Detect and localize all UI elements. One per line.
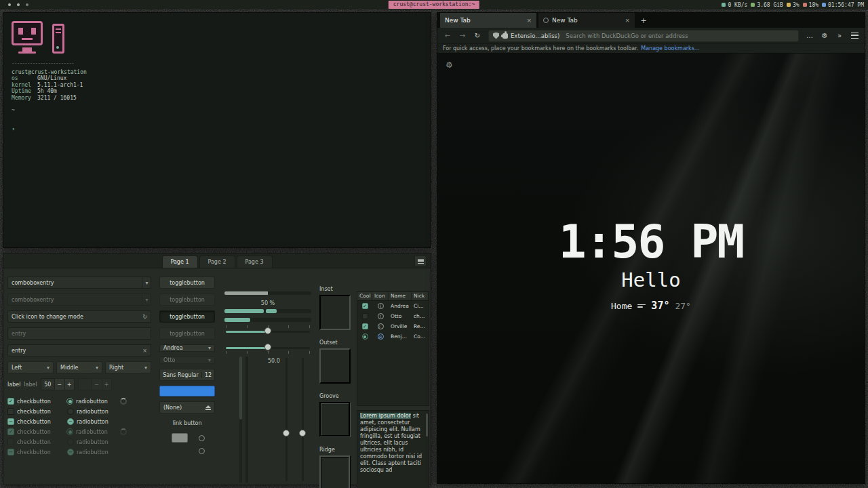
browser-tab[interactable]: New Tab ×: [538, 13, 635, 28]
app-menu-button[interactable]: [414, 256, 427, 266]
chevron-down-icon[interactable]: ▾: [142, 277, 151, 289]
scale-handle[interactable]: [264, 327, 271, 334]
refresh-icon[interactable]: ↻: [142, 314, 147, 320]
settings-gear-icon[interactable]: ⚙: [818, 30, 831, 42]
link-button[interactable]: link button: [159, 418, 215, 428]
combobox-entry-1[interactable]: comboboxentry▾: [7, 277, 151, 289]
row-radio[interactable]: [362, 333, 368, 340]
browser-tab-active[interactable]: New Tab ×: [440, 13, 536, 28]
manage-bookmarks-link[interactable]: Manage bookmarks…: [641, 45, 700, 52]
forward-button[interactable]: →: [456, 30, 469, 42]
radio-ring[interactable]: [199, 448, 205, 454]
radio-ring[interactable]: [199, 435, 205, 441]
reload-button[interactable]: ↻: [471, 30, 484, 42]
treeview[interactable]: Cool Icon Name Nick ✓ i Andrea Cim… ! Ot…: [357, 291, 429, 406]
vertical-scale-1[interactable]: [283, 357, 290, 483]
info-row: osGNU/Linux: [12, 75, 422, 82]
spin-plus-button: +: [102, 378, 112, 390]
menu-icon: [418, 259, 424, 264]
tab-page3[interactable]: Page 3: [237, 256, 273, 268]
checkbox-unchecked-disabled: [7, 439, 14, 445]
mode-entry[interactable]: Click icon to change mode↻: [7, 310, 151, 323]
groove-frame: [319, 402, 351, 437]
name-combobox[interactable]: Andrea▾: [159, 344, 215, 352]
tabliss-settings-icon[interactable]: ⚙: [446, 60, 453, 70]
warning-icon: !: [378, 313, 384, 319]
radio-selected-disabled: [66, 428, 73, 435]
page-actions-icon[interactable]: …: [804, 30, 816, 42]
widget-factory-window[interactable]: Page 1 Page 2 Page 3 comboboxentry▾ comb…: [3, 253, 431, 485]
vertical-scale-2[interactable]: [299, 357, 306, 483]
row-checkbox[interactable]: ✓: [362, 323, 368, 329]
empty-entry[interactable]: entry: [7, 327, 151, 340]
firefox-window[interactable]: New Tab × New Tab × + ← → ↻ Extensio…abl…: [437, 12, 865, 484]
terminal-window[interactable]: ------------------------ crust@crust-wor…: [3, 12, 431, 248]
radio-unselected[interactable]: [67, 408, 74, 415]
checkbox-mixed[interactable]: −: [7, 418, 14, 425]
shell-prompt[interactable]: ›: [12, 126, 422, 133]
scale-handle[interactable]: [264, 344, 271, 350]
tab-close-icon[interactable]: ×: [625, 17, 630, 24]
scale-handle[interactable]: [299, 430, 306, 436]
workspace-dot[interactable]: [26, 3, 28, 6]
spin-value: [78, 378, 92, 390]
tab-close-icon[interactable]: ×: [526, 17, 532, 24]
check-radio-row: checkbutton radiobutton: [7, 408, 151, 415]
progress-label: 50 %: [224, 300, 311, 306]
back-button[interactable]: ←: [441, 30, 454, 42]
filled-entry[interactable]: entry×: [7, 344, 151, 357]
app-menu-button[interactable]: [848, 30, 861, 42]
radio-selected[interactable]: [66, 398, 73, 405]
toggle-button-3-active[interactable]: togglebutton: [159, 310, 215, 323]
dropdown-right[interactable]: Right▾: [105, 361, 151, 373]
clock-icon: [822, 3, 826, 7]
ring-row: [159, 448, 215, 455]
font-button[interactable]: Sans Regular12: [159, 369, 215, 381]
row-checkbox[interactable]: [362, 313, 368, 319]
checkbox-unchecked[interactable]: [7, 408, 14, 415]
body-text: sit amet, consectetur adipiscing elit. N…: [360, 413, 422, 473]
row-checkbox[interactable]: ✓: [362, 303, 368, 309]
dropdown-left[interactable]: Left▾: [7, 361, 54, 373]
toggle-button-1[interactable]: togglebutton: [159, 277, 215, 289]
color-swatch[interactable]: [172, 433, 188, 443]
horizontal-scale-2[interactable]: [224, 342, 311, 352]
label: label: [7, 382, 20, 388]
tab-bar: New Tab × New Tab × +: [437, 13, 865, 28]
shield-icon[interactable]: [493, 33, 499, 39]
file-chooser-button[interactable]: (None): [159, 401, 215, 413]
toolbar-overflow-icon[interactable]: »: [833, 30, 846, 42]
url-bar[interactable]: Extensio…abliss) Search with DuckDuckGo …: [488, 30, 799, 42]
spin-minus-button[interactable]: −: [54, 378, 64, 390]
horizontal-scale-1[interactable]: [224, 325, 311, 336]
text-view[interactable]: Lorem ipsum dolor sit amet, consectetur …: [357, 410, 429, 488]
level-bar-1: [224, 309, 311, 313]
checkbox-checked[interactable]: ✓: [7, 398, 14, 405]
radio-mixed[interactable]: −: [67, 418, 74, 425]
spin-plus-button[interactable]: +: [64, 378, 75, 390]
new-tab-button[interactable]: +: [637, 13, 650, 28]
table-row[interactable]: ⊕ Benjam… Comp…: [357, 331, 429, 342]
workspace-indicators[interactable]: [8, 3, 28, 6]
table-row[interactable]: ! Otto cha…: [357, 311, 429, 321]
tab-page1[interactable]: Page 1: [162, 256, 198, 268]
clear-icon[interactable]: ×: [142, 348, 147, 354]
workspace-dot[interactable]: [8, 3, 11, 6]
workspace-dot[interactable]: [17, 3, 20, 6]
check-radio-row-disabled: ✓checkbutton radiobutton: [7, 428, 151, 435]
extension-identity-chip[interactable]: Extensio…abliss): [502, 33, 559, 39]
scale-handle[interactable]: [283, 430, 290, 436]
tab-page2[interactable]: Page 2: [199, 256, 235, 268]
tree-header[interactable]: Cool Icon Name Nick: [357, 292, 429, 301]
table-row[interactable]: ✓ i Andrea Cim…: [357, 301, 429, 311]
table-row[interactable]: ✓ ☾ Orville Rede…: [357, 321, 429, 331]
swatch-row: [159, 432, 215, 443]
radio-unselected-disabled: [67, 439, 74, 445]
scrollbar[interactable]: [426, 413, 428, 436]
eject-icon: [205, 405, 211, 408]
dropdown-middle[interactable]: Middle▾: [56, 361, 102, 373]
color-button[interactable]: [159, 386, 215, 396]
menu-icon: [851, 33, 859, 39]
check-radio-row: ✓checkbutton radiobutton: [7, 398, 151, 405]
spin-value[interactable]: 50: [41, 378, 54, 390]
